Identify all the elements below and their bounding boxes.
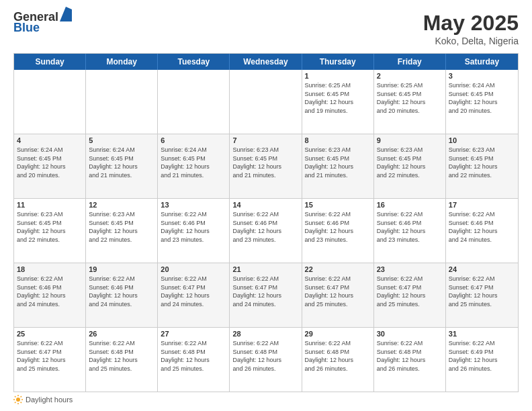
day-number: 9 — [377, 136, 443, 144]
day-number: 17 — [449, 201, 515, 209]
svg-marker-0 — [60, 7, 72, 21]
calendar-body: 1Sunrise: 6:25 AM Sunset: 6:45 PM Daylig… — [14, 70, 518, 392]
page: General Blue May 2025 Koko, Delta, Niger… — [0, 0, 532, 411]
day-number: 30 — [377, 330, 443, 338]
calendar-day-cell: 14Sunrise: 6:22 AM Sunset: 6:46 PM Dayli… — [230, 199, 302, 263]
calendar-day-cell: 25Sunrise: 6:22 AM Sunset: 6:47 PM Dayli… — [14, 328, 86, 392]
location: Koko, Delta, Nigeria — [423, 36, 519, 46]
day-number: 13 — [161, 201, 226, 209]
calendar-day-cell: 10Sunrise: 6:23 AM Sunset: 6:45 PM Dayli… — [446, 134, 518, 198]
day-info: Sunrise: 6:22 AM Sunset: 6:48 PM Dayligh… — [89, 339, 154, 373]
day-number: 4 — [17, 136, 83, 144]
calendar-day-cell: 17Sunrise: 6:22 AM Sunset: 6:46 PM Dayli… — [446, 199, 518, 263]
day-info: Sunrise: 6:22 AM Sunset: 6:47 PM Dayligh… — [377, 275, 443, 308]
day-info: Sunrise: 6:22 AM Sunset: 6:47 PM Dayligh… — [232, 275, 298, 308]
day-number: 23 — [377, 265, 443, 273]
day-info: Sunrise: 6:22 AM Sunset: 6:47 PM Dayligh… — [17, 339, 83, 373]
day-info: Sunrise: 6:22 AM Sunset: 6:48 PM Dayligh… — [232, 339, 298, 373]
day-info: Sunrise: 6:22 AM Sunset: 6:49 PM Dayligh… — [449, 339, 515, 373]
title-block: May 2025 Koko, Delta, Nigeria — [423, 11, 519, 46]
day-info: Sunrise: 6:22 AM Sunset: 6:48 PM Dayligh… — [305, 339, 371, 373]
calendar: SundayMondayTuesdayWednesdayThursdayFrid… — [13, 53, 519, 392]
svg-line-7 — [21, 402, 21, 403]
calendar-header-cell: Monday — [86, 54, 158, 70]
calendar-row: 18Sunrise: 6:22 AM Sunset: 6:46 PM Dayli… — [14, 263, 518, 327]
day-info: Sunrise: 6:23 AM Sunset: 6:45 PM Dayligh… — [449, 146, 515, 179]
calendar-day-cell: 5Sunrise: 6:24 AM Sunset: 6:45 PM Daylig… — [86, 134, 158, 198]
day-info: Sunrise: 6:22 AM Sunset: 6:46 PM Dayligh… — [17, 275, 83, 308]
day-number: 21 — [232, 265, 298, 273]
calendar-empty-cell — [230, 70, 302, 134]
calendar-empty-cell — [158, 70, 230, 134]
calendar-row: 1Sunrise: 6:25 AM Sunset: 6:45 PM Daylig… — [14, 70, 518, 134]
day-info: Sunrise: 6:25 AM Sunset: 6:45 PM Dayligh… — [305, 81, 371, 115]
day-number: 5 — [89, 136, 154, 144]
calendar-day-cell: 16Sunrise: 6:22 AM Sunset: 6:46 PM Dayli… — [374, 199, 446, 263]
calendar-day-cell: 31Sunrise: 6:22 AM Sunset: 6:49 PM Dayli… — [446, 328, 518, 392]
calendar-header-cell: Wednesday — [230, 54, 302, 70]
calendar-header-cell: Friday — [374, 54, 446, 70]
day-info: Sunrise: 6:23 AM Sunset: 6:45 PM Dayligh… — [305, 146, 371, 179]
calendar-empty-cell — [86, 70, 158, 134]
day-number: 14 — [232, 201, 298, 209]
day-number: 11 — [17, 201, 83, 209]
day-number: 24 — [449, 265, 515, 273]
day-number: 31 — [449, 330, 515, 338]
day-info: Sunrise: 6:22 AM Sunset: 6:47 PM Dayligh… — [449, 275, 515, 308]
calendar-day-cell: 24Sunrise: 6:22 AM Sunset: 6:47 PM Dayli… — [446, 263, 518, 327]
calendar-day-cell: 8Sunrise: 6:23 AM Sunset: 6:45 PM Daylig… — [302, 134, 374, 198]
calendar-day-cell: 29Sunrise: 6:22 AM Sunset: 6:48 PM Dayli… — [302, 328, 374, 392]
calendar-day-cell: 15Sunrise: 6:22 AM Sunset: 6:46 PM Dayli… — [302, 199, 374, 263]
calendar-row: 4Sunrise: 6:24 AM Sunset: 6:45 PM Daylig… — [14, 134, 518, 198]
calendar-day-cell: 30Sunrise: 6:22 AM Sunset: 6:48 PM Dayli… — [374, 328, 446, 392]
day-number: 29 — [305, 330, 371, 338]
day-info: Sunrise: 6:24 AM Sunset: 6:45 PM Dayligh… — [17, 146, 83, 179]
day-number: 25 — [17, 330, 83, 338]
day-number: 8 — [305, 136, 371, 144]
calendar-row: 11Sunrise: 6:23 AM Sunset: 6:45 PM Dayli… — [14, 198, 518, 263]
calendar-day-cell: 1Sunrise: 6:25 AM Sunset: 6:45 PM Daylig… — [302, 70, 374, 134]
sun-icon — [13, 395, 23, 404]
day-number: 27 — [161, 330, 226, 338]
calendar-day-cell: 20Sunrise: 6:22 AM Sunset: 6:47 PM Dayli… — [158, 263, 230, 327]
calendar-header-cell: Tuesday — [158, 54, 230, 70]
day-info: Sunrise: 6:22 AM Sunset: 6:46 PM Dayligh… — [377, 210, 443, 244]
calendar-day-cell: 9Sunrise: 6:23 AM Sunset: 6:45 PM Daylig… — [374, 134, 446, 198]
calendar-empty-cell — [14, 70, 86, 134]
calendar-header-cell: Thursday — [302, 54, 374, 70]
day-number: 1 — [305, 72, 371, 80]
calendar-day-cell: 26Sunrise: 6:22 AM Sunset: 6:48 PM Dayli… — [86, 328, 158, 392]
day-number: 28 — [232, 330, 298, 338]
day-info: Sunrise: 6:22 AM Sunset: 6:46 PM Dayligh… — [305, 210, 371, 244]
day-info: Sunrise: 6:22 AM Sunset: 6:48 PM Dayligh… — [377, 339, 443, 373]
day-number: 18 — [17, 265, 83, 273]
calendar-day-cell: 12Sunrise: 6:23 AM Sunset: 6:45 PM Dayli… — [86, 199, 158, 263]
svg-line-6 — [15, 396, 15, 397]
calendar-header-cell: Sunday — [14, 54, 86, 70]
day-info: Sunrise: 6:22 AM Sunset: 6:47 PM Dayligh… — [305, 275, 371, 308]
calendar-day-cell: 19Sunrise: 6:22 AM Sunset: 6:46 PM Dayli… — [86, 263, 158, 327]
calendar-row: 25Sunrise: 6:22 AM Sunset: 6:47 PM Dayli… — [14, 327, 518, 392]
header: General Blue May 2025 Koko, Delta, Niger… — [13, 11, 519, 46]
logo: General Blue — [13, 11, 72, 35]
day-number: 19 — [89, 265, 154, 273]
footer-label: Daylight hours — [26, 396, 73, 404]
day-info: Sunrise: 6:25 AM Sunset: 6:45 PM Dayligh… — [377, 81, 443, 115]
day-info: Sunrise: 6:23 AM Sunset: 6:45 PM Dayligh… — [17, 210, 83, 244]
day-info: Sunrise: 6:23 AM Sunset: 6:45 PM Dayligh… — [232, 146, 298, 179]
day-info: Sunrise: 6:22 AM Sunset: 6:46 PM Dayligh… — [232, 210, 298, 244]
calendar-header-cell: Saturday — [446, 54, 518, 70]
day-number: 7 — [232, 136, 298, 144]
calendar-day-cell: 4Sunrise: 6:24 AM Sunset: 6:45 PM Daylig… — [14, 134, 86, 198]
calendar-day-cell: 27Sunrise: 6:22 AM Sunset: 6:48 PM Dayli… — [158, 328, 230, 392]
day-info: Sunrise: 6:22 AM Sunset: 6:48 PM Dayligh… — [161, 339, 226, 373]
footer: Daylight hours — [13, 395, 519, 404]
calendar-header: SundayMondayTuesdayWednesdayThursdayFrid… — [14, 54, 518, 70]
day-info: Sunrise: 6:22 AM Sunset: 6:46 PM Dayligh… — [89, 275, 154, 308]
day-number: 22 — [305, 265, 371, 273]
svg-line-9 — [15, 402, 15, 403]
day-info: Sunrise: 6:22 AM Sunset: 6:47 PM Dayligh… — [161, 275, 226, 308]
calendar-day-cell: 2Sunrise: 6:25 AM Sunset: 6:45 PM Daylig… — [374, 70, 446, 134]
svg-point-1 — [16, 398, 20, 402]
logo-icon — [60, 7, 72, 21]
